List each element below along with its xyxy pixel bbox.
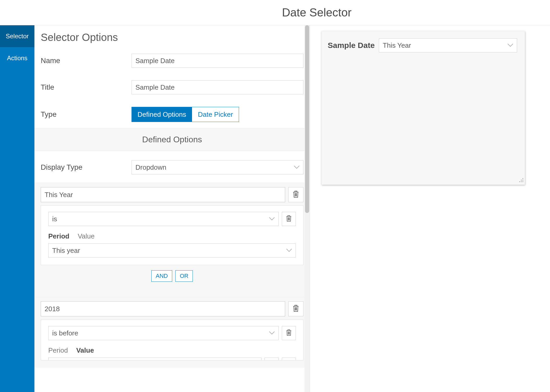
preview-select[interactable]: This Year — [379, 38, 517, 52]
operator-select[interactable]: is before — [48, 326, 279, 340]
chevron-down-icon — [507, 44, 513, 47]
operator-select[interactable]: is — [48, 212, 279, 226]
svg-point-4 — [521, 180, 522, 181]
title-label: Title — [41, 83, 131, 91]
svg-point-5 — [523, 181, 523, 182]
sidebar-tab-label: Selector — [6, 33, 29, 40]
editor-panel: Selector Options Name Title Type Defined… — [34, 25, 310, 392]
period-select[interactable]: This year — [48, 243, 296, 258]
trash-icon — [292, 190, 299, 199]
mode-tab-value[interactable]: Value — [76, 346, 94, 354]
trash-icon — [292, 304, 299, 313]
scrollbar-thumb[interactable] — [305, 25, 309, 213]
page-title: Date Selector — [282, 6, 352, 19]
chevron-down-icon — [286, 249, 292, 252]
mode-tab-value[interactable]: Value — [78, 232, 95, 240]
svg-point-2 — [523, 178, 523, 179]
date-value-input[interactable] — [48, 358, 261, 360]
display-type-select[interactable]: Dropdown — [131, 160, 303, 174]
name-input[interactable] — [131, 54, 303, 68]
chevron-down-icon — [269, 331, 275, 335]
trash-icon — [286, 329, 292, 337]
type-toggle-defined[interactable]: Defined Options — [131, 107, 192, 122]
delete-option-button[interactable] — [288, 301, 303, 316]
delete-option-button[interactable] — [288, 187, 303, 202]
display-type-label: Display Type — [41, 163, 131, 172]
sidebar-tab-actions[interactable]: Actions — [0, 47, 34, 69]
mode-tab-period[interactable]: Period — [48, 346, 68, 354]
option-name-input[interactable] — [41, 187, 285, 202]
svg-point-3 — [523, 180, 523, 181]
clock-button[interactable] — [282, 358, 296, 360]
title-input[interactable] — [131, 80, 303, 94]
sidebar-tab-selector[interactable]: Selector — [0, 25, 34, 47]
sidebar: Selector Actions — [0, 25, 34, 392]
preview-field-label: Sample Date — [328, 41, 375, 50]
chevron-down-icon — [294, 166, 300, 169]
option-name-input[interactable] — [41, 301, 285, 316]
type-toggle-picker[interactable]: Date Picker — [192, 107, 239, 122]
subsection-header: Defined Options — [34, 128, 310, 151]
delete-condition-button[interactable] — [282, 212, 296, 226]
preview-pane: Sample Date This Year — [310, 25, 550, 392]
svg-point-7 — [519, 181, 520, 182]
option-card: is before — [41, 301, 303, 360]
chevron-down-icon — [269, 217, 275, 221]
calendar-button[interactable] — [265, 358, 279, 360]
type-label: Type — [41, 110, 131, 119]
resize-grip-icon[interactable] — [519, 177, 524, 184]
sidebar-tab-label: Actions — [7, 54, 28, 62]
svg-point-6 — [521, 181, 522, 182]
mode-tab-period[interactable]: Period — [48, 232, 69, 240]
delete-condition-button[interactable] — [282, 326, 296, 340]
section-title: Selector Options — [41, 32, 303, 43]
scrollbar-track[interactable] — [304, 25, 310, 392]
name-label: Name — [41, 57, 131, 65]
option-card: is — [41, 187, 303, 282]
and-button[interactable]: AND — [151, 270, 172, 282]
or-button[interactable]: OR — [175, 270, 193, 282]
page-header: Date Selector — [0, 0, 550, 25]
trash-icon — [286, 215, 292, 223]
preview-panel: Sample Date This Year — [321, 31, 525, 185]
